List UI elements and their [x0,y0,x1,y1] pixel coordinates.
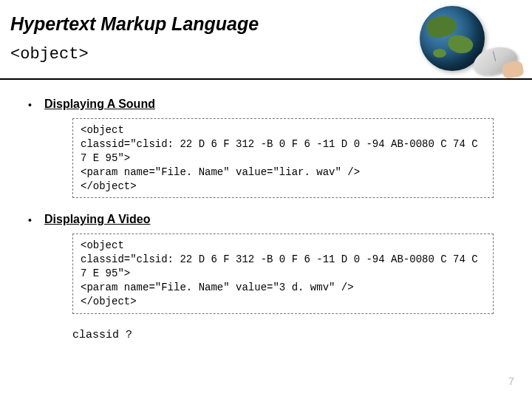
bullet-dot: • [28,98,44,112]
code-box: <object classid="clsid: 22 D 6 F 312 -B … [72,118,494,198]
section-heading: Displaying A Sound [44,98,155,111]
page-number: 7 [508,375,514,387]
bullet-row: • Displaying A Sound [28,98,513,112]
bullet-row: • Displaying A Video [28,213,513,228]
slide-body: • Displaying A Sound <object classid="cl… [0,80,532,341]
bullet-dot: • [28,213,44,228]
globe-mouse-illustration [389,6,522,76]
section-heading: Displaying A Video [44,213,150,226]
slide-header: Hypertext Markup Language <object> [0,0,532,80]
code-box: <object classid="clsid: 22 D 6 F 312 -B … [72,233,494,313]
footnote-text: classid ? [72,329,513,341]
